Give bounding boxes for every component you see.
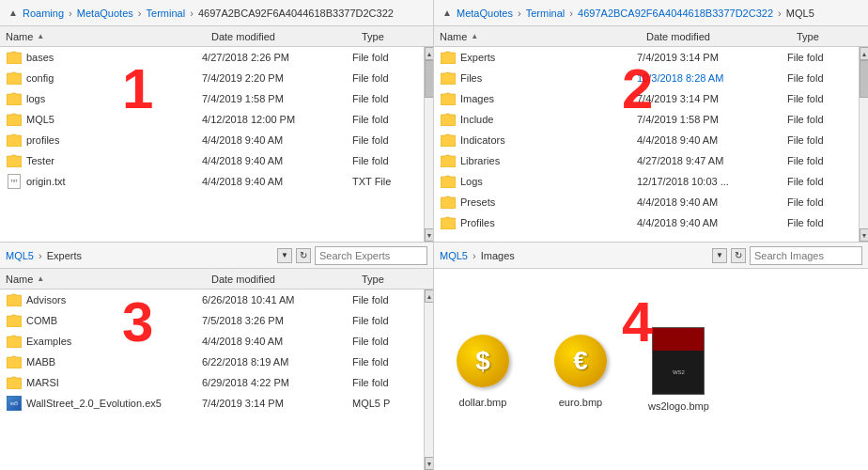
scroll-up-arrow2[interactable]: ▲ xyxy=(860,47,868,60)
dollar-icon: $ xyxy=(457,335,509,387)
file-type: TXT File xyxy=(352,176,418,187)
scroll-up-top-right[interactable]: ▲ xyxy=(440,6,455,21)
table-row[interactable]: profiles4/4/2018 9:40 AMFile fold xyxy=(0,130,424,150)
folder-icon xyxy=(6,49,23,66)
image-item-dollar[interactable]: $ dollar.bmp xyxy=(453,331,513,408)
scroll-down-arrow[interactable]: ▼ xyxy=(425,228,433,242)
scroll-thumb2[interactable] xyxy=(860,60,868,98)
breadcrumb-metaquotes2[interactable]: MetaQuotes xyxy=(457,8,513,19)
file-type: File fold xyxy=(787,196,853,208)
scrollbar-top-right[interactable]: ▲ ▼ xyxy=(859,47,868,242)
file-name: MABB xyxy=(26,356,202,368)
dropdown-btn-right[interactable]: ▼ xyxy=(712,248,727,263)
folder-icon xyxy=(6,333,23,350)
search-bar-bottom-left: MQL5 › Experts ▼ ↻ xyxy=(0,243,433,269)
images-content: $ dollar.bmp € euro.bmp WS2 xyxy=(434,269,868,470)
table-row[interactable]: ex5WallStreet_2.0_Evolution.ex57/4/2019 … xyxy=(0,393,424,414)
table-row[interactable]: Examples4/4/2018 9:40 AMFile fold xyxy=(0,331,424,352)
folder-icon xyxy=(6,312,23,329)
file-type: File fold xyxy=(352,52,418,63)
breadcrumb-hash2[interactable]: 4697A2BCA92F6A4044618B3377D2C322 xyxy=(578,8,773,19)
scroll-down-arrow2[interactable]: ▼ xyxy=(860,228,868,242)
folder-icon xyxy=(6,70,23,86)
file-type: File fold xyxy=(787,114,853,125)
scroll-up-arrow[interactable]: ▲ xyxy=(425,47,433,60)
file-date: 4/4/2018 9:40 AM xyxy=(637,217,787,228)
col-date-header[interactable]: Date modified xyxy=(211,31,362,42)
sort-arrow: ▲ xyxy=(37,32,44,40)
file-name: Images xyxy=(460,93,637,104)
scroll-thumb[interactable] xyxy=(425,60,433,98)
col-type-header[interactable]: Type xyxy=(362,31,427,42)
table-row[interactable]: Experts7/4/2019 3:14 PMFile fold xyxy=(434,47,859,68)
col-name-header2[interactable]: Name ▲ xyxy=(440,31,646,42)
col-headers-top-left: Name ▲ Date modified Type xyxy=(0,26,433,47)
file-type: File fold xyxy=(352,377,418,388)
table-row[interactable]: logs7/4/2019 1:58 PMFile fold xyxy=(0,88,424,109)
table-row[interactable]: bases4/27/2018 2:26 PMFile fold xyxy=(0,47,424,68)
file-type: File fold xyxy=(352,114,418,125)
file-date: 7/4/2019 2:20 PM xyxy=(202,72,352,84)
file-name: Advisors xyxy=(26,294,202,306)
table-row[interactable]: Profiles4/4/2018 9:40 AMFile fold xyxy=(434,212,859,233)
scrollbar-bottom-left[interactable]: ▲ ▼ xyxy=(424,290,433,470)
search-images-input[interactable] xyxy=(750,246,862,265)
file-date: 4/4/2018 9:40 AM xyxy=(637,196,787,208)
search-experts-input[interactable] xyxy=(315,246,427,265)
refresh-btn-right[interactable]: ↻ xyxy=(731,248,746,263)
table-row[interactable]: MARSI6/29/2018 4:22 PMFile fold xyxy=(0,372,424,393)
file-name: Include xyxy=(460,114,637,125)
table-row[interactable]: MABB6/22/2018 8:19 AMFile fold xyxy=(0,352,424,372)
breadcrumb-metaquotes[interactable]: MetaQuotes xyxy=(77,8,133,19)
euro-label: euro.bmp xyxy=(559,397,602,408)
file-name: MARSI xyxy=(26,377,202,388)
file-type: File fold xyxy=(787,52,853,63)
col-type-header2[interactable]: Type xyxy=(797,31,862,42)
table-row[interactable]: Include7/4/2019 1:58 PMFile fold xyxy=(434,109,859,130)
table-row[interactable]: Images7/4/2019 3:14 PMFile fold xyxy=(434,88,859,109)
path-mql5[interactable]: MQL5 xyxy=(6,250,34,261)
scrollbar-top-left[interactable]: ▲ ▼ xyxy=(424,47,433,242)
col-date-header2[interactable]: Date modified xyxy=(646,31,797,42)
table-row[interactable]: MQL54/12/2018 12:00 PMFile fold xyxy=(0,109,424,130)
col-type-header3[interactable]: Type xyxy=(362,274,427,285)
table-row[interactable]: Advisors6/26/2018 10:41 AMFile fold xyxy=(0,290,424,310)
file-date: 4/4/2018 9:40 AM xyxy=(202,176,352,187)
table-row[interactable]: Libraries4/27/2018 9:47 AMFile fold xyxy=(434,150,859,171)
table-row[interactable]: Files10/3/2018 8:28 AMFile fold xyxy=(434,68,859,88)
search-bar-bottom-right: MQL5 › Images ▼ ↻ xyxy=(434,243,868,269)
breadcrumb-terminal[interactable]: Terminal xyxy=(147,8,186,19)
refresh-btn-left[interactable]: ↻ xyxy=(296,248,311,263)
col-headers-bottom-left: Name ▲ Date modified Type xyxy=(0,269,433,290)
table-row[interactable]: config7/4/2019 2:20 PMFile fold xyxy=(0,68,424,88)
table-row[interactable]: TXTorigin.txt4/4/2018 9:40 AMTXT File xyxy=(0,171,424,192)
col-name-header3[interactable]: Name ▲ xyxy=(6,274,211,285)
table-row[interactable]: Indicators4/4/2018 9:40 AMFile fold xyxy=(434,130,859,150)
file-type: File fold xyxy=(352,294,418,306)
col-name-header[interactable]: Name ▲ xyxy=(6,31,211,42)
file-list-bottom-left: Advisors6/26/2018 10:41 AMFile foldCOMB7… xyxy=(0,290,424,470)
folder-icon xyxy=(440,90,457,107)
dropdown-btn-left[interactable]: ▼ xyxy=(277,248,292,263)
scroll-up-top-left[interactable]: ▲ xyxy=(6,6,21,21)
address-bar-top-right: ▲ MetaQuotes › Terminal › 4697A2BCA92F6A… xyxy=(434,0,868,26)
col-date-header3[interactable]: Date modified xyxy=(211,274,362,285)
file-type: File fold xyxy=(787,72,853,84)
image-item-euro[interactable]: € euro.bmp xyxy=(550,331,611,408)
scroll-up-arrow3[interactable]: ▲ xyxy=(425,290,433,303)
breadcrumb-roaming[interactable]: Roaming xyxy=(23,8,64,19)
sort-arrow3: ▲ xyxy=(37,274,44,283)
file-name: Files xyxy=(460,72,637,84)
breadcrumb-top-left: Roaming › MetaQuotes › Terminal › 4697A2… xyxy=(23,8,427,19)
col-headers-top-right: Name ▲ Date modified Type xyxy=(434,26,868,47)
breadcrumb-terminal2[interactable]: Terminal xyxy=(526,8,566,19)
breadcrumb-top-right: MetaQuotes › Terminal › 4697A2BCA92F6A40… xyxy=(457,8,862,19)
table-row[interactable]: COMB7/5/2018 3:26 PMFile fold xyxy=(0,310,424,331)
scroll-down-arrow3[interactable]: ▼ xyxy=(425,457,433,470)
image-item-ws2logo[interactable]: WS2 ws2logo.bmp xyxy=(648,327,709,412)
table-row[interactable]: Logs12/17/2018 10:03 ...File fold xyxy=(434,171,859,192)
table-row[interactable]: Presets4/4/2018 9:40 AMFile fold xyxy=(434,192,859,212)
path-mql5-right[interactable]: MQL5 xyxy=(440,250,468,261)
table-row[interactable]: Tester4/4/2018 9:40 AMFile fold xyxy=(0,150,424,171)
path-section-right: MQL5 › Images xyxy=(440,250,708,261)
